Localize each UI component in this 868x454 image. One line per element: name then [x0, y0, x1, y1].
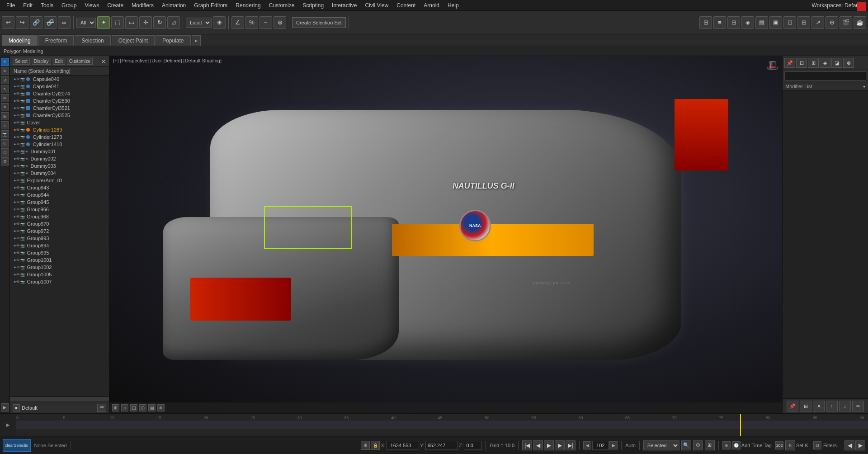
- scene-item-chamfercyl2830[interactable]: ● 👁 📷 ChamferCyl2830: [10, 97, 109, 104]
- link-button[interactable]: 🔗: [30, 16, 42, 29]
- ignore-back-button[interactable]: ⊗: [274, 16, 286, 29]
- media-button[interactable]: 🎬: [840, 16, 852, 29]
- menu-group[interactable]: Group: [58, 1, 80, 9]
- schematic-view-button[interactable]: ⊟: [727, 16, 740, 29]
- unlink-button[interactable]: 🔗: [44, 16, 57, 29]
- menu-create[interactable]: Create: [104, 1, 127, 9]
- strip-icon-light[interactable]: ☼: [1, 121, 9, 129]
- customize-filter-button[interactable]: Customize: [67, 58, 93, 65]
- menu-help[interactable]: Help: [444, 1, 462, 9]
- frame-count-input[interactable]: [775, 441, 783, 449]
- scene-item-chamfercyl3525[interactable]: ● 👁 📷 ChamferCyl3525: [10, 112, 109, 119]
- z-input[interactable]: [464, 441, 482, 450]
- filter-dropdown[interactable]: All: [76, 18, 96, 28]
- menu-views[interactable]: Views: [81, 1, 103, 9]
- scale-button[interactable]: ⊿: [167, 16, 180, 29]
- xref-scene-button[interactable]: ↗: [811, 16, 824, 29]
- scene-item-group945[interactable]: ● 👁 📷 Group945: [10, 199, 109, 206]
- next-frame-button[interactable]: ▶: [555, 440, 565, 450]
- menu-customize[interactable]: Customize: [265, 1, 298, 9]
- scene-item-chamfercyl3521[interactable]: ● 👁 📷 ChamferCyl3521: [10, 104, 109, 112]
- rect-select-button[interactable]: ▭: [125, 16, 138, 29]
- xref-objects-button[interactable]: ⊕: [826, 16, 838, 29]
- frame-current-input[interactable]: [592, 441, 609, 450]
- scene-item-dummy004[interactable]: ● 👁 📷 ✳ Dummy004: [10, 170, 109, 177]
- strip-icon-system[interactable]: ⚙: [1, 157, 9, 166]
- coord-icon[interactable]: ⊕: [361, 441, 370, 450]
- scene-item-capsule041[interactable]: ● 👁 📷 Capsule041: [10, 83, 109, 90]
- bind-button[interactable]: ∞: [58, 16, 71, 29]
- layer-settings-button[interactable]: ☰: [97, 404, 106, 412]
- timeline-expand-button[interactable]: ▶: [6, 422, 10, 427]
- percent-snap-button[interactable]: %: [245, 16, 258, 29]
- render-frame-button[interactable]: ⊡: [783, 16, 796, 29]
- menu-graph-editors[interactable]: Graph Editors: [190, 1, 231, 9]
- scene-item-cylinder1410[interactable]: ● 👁 📷 Cylinder1410: [10, 141, 109, 148]
- strip-icon-space[interactable]: ⬡: [1, 148, 9, 156]
- display-filter-button[interactable]: Display: [32, 58, 51, 65]
- layer-manager-button[interactable]: ≡: [713, 16, 726, 29]
- menu-civil-view[interactable]: Civil View: [361, 1, 392, 9]
- strip-icon-rotate[interactable]: ↻: [1, 67, 9, 75]
- viewport-icon-6[interactable]: ⊕: [157, 404, 165, 411]
- layer-color-swatch[interactable]: ■: [13, 404, 20, 411]
- scene-item-group970[interactable]: ● 👁 📷 Group970: [10, 220, 109, 227]
- menu-interactive[interactable]: Interactive: [328, 1, 360, 9]
- edit-filter-button[interactable]: Edit: [53, 58, 65, 65]
- scene-item-group1007[interactable]: ● 👁 📷 Group1007: [10, 278, 109, 285]
- strip-icon-bottom[interactable]: ▶: [1, 403, 9, 411]
- rotate-button[interactable]: ↻: [153, 16, 166, 29]
- tab-object-paint[interactable]: Object Paint: [112, 35, 155, 46]
- strip-icon-select[interactable]: ↖: [1, 85, 9, 93]
- scene-list-sort-header[interactable]: Name (Sorted Ascending): [10, 67, 109, 76]
- scene-item-group1005[interactable]: ● 👁 📷 Group1005: [10, 271, 109, 278]
- modifier-search-input[interactable]: [784, 71, 866, 80]
- strip-icon-grid[interactable]: ⊞: [1, 112, 9, 120]
- mod-move-down-button[interactable]: ↓: [839, 401, 851, 411]
- close-button[interactable]: ✕: [101, 58, 106, 65]
- scene-item-capsule040[interactable]: ● 👁 📷 Capsule040: [10, 76, 109, 83]
- tl-prev-button[interactable]: ◀: [844, 440, 854, 450]
- viewport-icon-2[interactable]: ○: [121, 404, 128, 411]
- scene-item-chamfercyl2074[interactable]: ● 👁 📷 ChamferCyl2074: [10, 90, 109, 97]
- material-editor-button[interactable]: ◈: [741, 16, 754, 29]
- mod-pin-button[interactable]: 📌: [787, 401, 798, 411]
- expand-button[interactable]: ⊞: [705, 440, 715, 450]
- strip-icon-scale[interactable]: ⊿: [1, 76, 9, 84]
- menu-modifiers[interactable]: Modifiers: [128, 1, 157, 9]
- coord-center-button[interactable]: ⊕: [213, 16, 226, 29]
- tl-next-button[interactable]: ▶: [855, 440, 865, 450]
- strip-icon-layer[interactable]: ≡: [1, 103, 9, 111]
- rp-bookmark-button[interactable]: ⊡: [796, 58, 807, 68]
- select-region-button[interactable]: ⬚: [111, 16, 124, 29]
- tab-extra-button[interactable]: »: [192, 35, 201, 46]
- timeline-ruler[interactable]: 0 5 10 15 20 25 30 35 40 45 50 55 60 65 …: [16, 414, 868, 436]
- render-button[interactable]: ▣: [769, 16, 782, 29]
- mod-delete-button[interactable]: ✕: [813, 401, 825, 411]
- prev-frame-start-button[interactable]: |◀: [522, 440, 532, 450]
- viewport-icon-5[interactable]: ▤: [148, 404, 156, 411]
- move-button[interactable]: ✛: [139, 16, 152, 29]
- menu-arnold[interactable]: Arnold: [420, 1, 443, 9]
- selected-dropdown[interactable]: Selected: [643, 440, 679, 450]
- ref-coord-dropdown[interactable]: Local: [186, 18, 212, 28]
- scene-item-group968[interactable]: ▾ 👁 📷 Group968: [10, 213, 109, 220]
- menu-file[interactable]: File: [3, 1, 19, 9]
- frame-next-btn[interactable]: ▶: [609, 441, 618, 449]
- mod-move-up-button[interactable]: ↑: [826, 401, 838, 411]
- settings-button[interactable]: ⚙: [693, 440, 703, 450]
- angle-snap-button[interactable]: ∠: [231, 16, 244, 29]
- menu-scripting[interactable]: Scripting: [299, 1, 327, 9]
- next-frame-end-button[interactable]: ▶|: [566, 440, 576, 450]
- viewport-icon-3[interactable]: ◫: [130, 404, 137, 411]
- viewport-icon-4[interactable]: ⬡: [139, 404, 146, 411]
- viewport-icon-1[interactable]: ⊞: [112, 404, 119, 411]
- rp-hierarchy-button[interactable]: ⊞: [808, 58, 819, 68]
- scene-item-cylinder1269[interactable]: ● 👁 📷 Cylinder1269: [10, 126, 109, 133]
- redo-button[interactable]: ↪: [16, 16, 28, 29]
- filter-button[interactable]: ⊡: [813, 441, 821, 449]
- select-filter-button[interactable]: Select: [13, 58, 30, 65]
- strip-icon-camera[interactable]: 📷: [1, 130, 9, 138]
- rp-pin-button[interactable]: 📌: [784, 58, 795, 68]
- coord-lock[interactable]: 🔒: [371, 441, 380, 450]
